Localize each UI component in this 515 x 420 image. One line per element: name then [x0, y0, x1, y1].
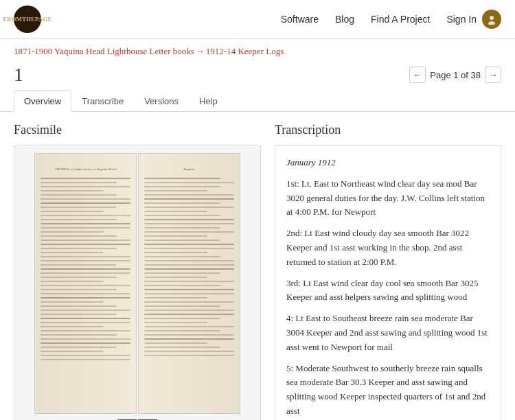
transcription-entry: 2nd: Lt East wind cloudy day sea smooth … — [286, 226, 490, 269]
transcription-title: Transcription — [275, 123, 501, 137]
pagination: ← Page 1 of 38 → — [409, 67, 501, 83]
tab-help[interactable]: Help — [189, 90, 228, 112]
main-content: Facsimile JOURNAL of Light-station at Ya… — [0, 112, 515, 420]
transcription-entry: 3rd: Lt East wind clear day cool sea smo… — [286, 277, 490, 305]
tab-overview[interactable]: Overview — [14, 90, 71, 112]
page-number-row: 1 ← Page 1 of 38 → — [0, 61, 515, 90]
page-title-text: JOURNAL of Light-station at Yaquina Head — [41, 167, 130, 171]
breadcrumb-part2[interactable]: 1912-14 Keeper Logs — [206, 46, 284, 56]
tab-versions[interactable]: Versions — [134, 90, 189, 112]
nav-sign-in[interactable]: Sign In — [446, 14, 477, 25]
pagination-text: Page 1 of 38 — [430, 70, 481, 80]
sign-in-area[interactable]: Sign In — [446, 10, 501, 29]
logo-area[interactable]: FROM THE PAGE — [14, 5, 41, 33]
book-page-right: Register — [138, 153, 240, 414]
page-number: 1 — [14, 64, 23, 86]
tab-transcribe[interactable]: Transcribe — [71, 90, 134, 112]
transcription-date-heading: January 1912 — [286, 156, 490, 170]
breadcrumb: 1871-1900 Yaquina Head Lighthouse Letter… — [0, 39, 515, 61]
facsimile-title: Facsimile — [14, 123, 261, 137]
book-image: JOURNAL of Light-station at Yaquina Head — [34, 153, 240, 414]
transcription-box[interactable]: January 1912 1st: Lt. East to Northeast … — [275, 145, 501, 420]
tabs: Overview Transcribe Versions Help — [0, 90, 515, 112]
book-page-left: JOURNAL of Light-station at Yaquina Head — [34, 153, 137, 414]
nav-blog[interactable]: Blog — [335, 14, 354, 25]
pagination-next-button[interactable]: → — [485, 67, 501, 83]
facsimile-panel: Facsimile JOURNAL of Light-station at Ya… — [14, 123, 261, 420]
user-avatar-icon — [482, 10, 501, 29]
header: FROM THE PAGE Software Blog Find A Proje… — [0, 0, 515, 39]
transcription-entry: 1st: Lt. East to Northeast wind clear da… — [286, 177, 490, 220]
nav-links: Software Blog Find A Project Sign In — [281, 10, 501, 29]
breadcrumb-arrow: → — [196, 46, 205, 56]
handwriting-right: Register — [144, 167, 234, 356]
handwriting-left: JOURNAL of Light-station at Yaquina Head — [41, 167, 130, 360]
breadcrumb-part1[interactable]: 1871-1900 Yaquina Head Lighthouse Letter… — [14, 46, 194, 56]
pagination-prev-button[interactable]: ← — [409, 67, 426, 83]
transcription-entry: 4: Lt East to Southeast breeze rain sea … — [286, 312, 490, 354]
nav-software[interactable]: Software — [281, 14, 319, 25]
svg-point-1 — [488, 21, 495, 25]
right-page-header: Register — [144, 167, 234, 171]
transcription-panel: Transcription January 1912 1st: Lt. East… — [261, 123, 501, 420]
transcription-entry: 5: Moderate Southwest to southerly breez… — [286, 362, 490, 419]
facsimile-image-container: JOURNAL of Light-station at Yaquina Head — [14, 145, 261, 420]
svg-point-0 — [490, 16, 494, 20]
nav-find-project[interactable]: Find A Project — [371, 14, 430, 25]
logo-icon: FROM THE PAGE — [14, 5, 41, 33]
